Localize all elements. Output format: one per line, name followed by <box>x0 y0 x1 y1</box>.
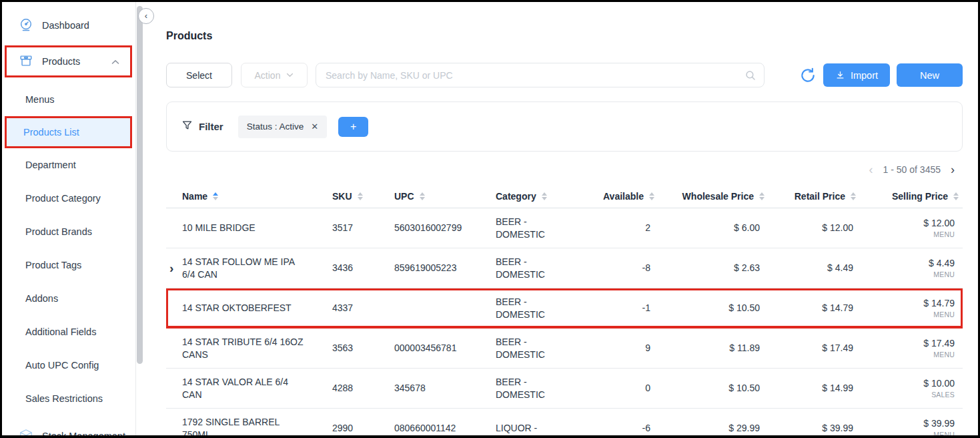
cell-upc: 080660001142 <box>381 422 481 434</box>
sidebar-item-menus[interactable]: Menus <box>2 83 135 116</box>
sidebar-collapse-button[interactable]: ‹ <box>138 8 154 24</box>
pagination: ‹ 1 - 50 of 3455 › <box>166 160 963 179</box>
cell-retail-price: $ 14.99 <box>765 382 856 394</box>
cell-category: BEER - DOMESTIC <box>481 336 598 360</box>
sidebar-item-label: Products List <box>23 127 79 138</box>
column-header-selling-price[interactable]: Selling Price <box>856 191 963 202</box>
table-row[interactable]: › 14 STAR FOLLOW ME IPA 6/4 CAN 3436 859… <box>166 248 963 288</box>
cell-retail-price: $ 17.49 <box>765 342 856 354</box>
cell-wholesale-price: $ 10.50 <box>654 382 765 394</box>
cell-name: 14 STAR TRIBUTE 6/4 16OZ CANS <box>182 336 319 360</box>
sidebar-item-dashboard[interactable]: Dashboard <box>2 11 135 39</box>
table-row-highlighted[interactable]: 14 STAR OKTOBERFEST 4337 BEER - DOMESTIC… <box>166 288 963 328</box>
price-type-badge: MENU <box>933 351 955 360</box>
search-icon <box>745 69 757 84</box>
sidebar-item-additional-fields[interactable]: Additional Fields <box>2 315 135 349</box>
cell-name: 10 MILE BRIDGE <box>182 222 319 234</box>
dashboard-icon <box>19 17 33 34</box>
cell-selling-price: $ 17.49 MENU <box>856 337 963 360</box>
refresh-button[interactable] <box>799 66 817 84</box>
price-type-badge: MENU <box>933 431 955 438</box>
pagination-prev-icon[interactable]: ‹ <box>869 163 873 177</box>
cell-category: BEER - DOMESTIC <box>481 376 598 400</box>
cell-name: 14 STAR VALOR ALE 6/4 CAN <box>182 376 319 400</box>
cell-upc: 859619005223 <box>381 262 481 274</box>
cell-name: 14 STAR OKTOBERFEST <box>182 302 319 314</box>
sidebar-item-products[interactable]: Products <box>7 47 130 75</box>
column-header-upc[interactable]: UPC <box>381 191 481 202</box>
import-button[interactable]: Import <box>823 63 890 87</box>
sidebar-item-products-list[interactable]: Products List <box>7 118 130 146</box>
price-type-badge: MENU <box>933 270 955 280</box>
products-annotation-box: Products <box>5 45 132 77</box>
sidebar-item-label: Sales Restrictions <box>25 393 103 404</box>
pagination-next-icon[interactable]: › <box>951 163 955 177</box>
sidebar-item-product-brands[interactable]: Product Brands <box>2 215 135 248</box>
cell-upc: 5603016002799 <box>381 222 481 234</box>
cell-category: BEER - DOMESTIC <box>481 216 598 240</box>
add-filter-button[interactable]: + <box>338 117 368 137</box>
cell-retail-price: $ 39.99 <box>765 422 856 434</box>
page-title: Products <box>166 30 963 42</box>
sort-icon <box>420 192 425 200</box>
search-input[interactable] <box>326 70 741 81</box>
sort-icon <box>213 192 218 200</box>
products-icon <box>19 53 33 70</box>
filter-chip-status-active[interactable]: Status : Active ✕ <box>238 116 327 138</box>
sidebar-scrollbar[interactable] <box>136 2 144 435</box>
cell-available: 2 <box>598 222 654 234</box>
sidebar-item-label: Menus <box>25 94 55 105</box>
column-header-retail-price[interactable]: Retail Price <box>765 191 856 202</box>
products-table: Name SKU UPC Category Available <box>166 184 963 438</box>
column-header-category[interactable]: Category <box>481 191 598 202</box>
import-button-label: Import <box>851 70 878 81</box>
sidebar-item-stock-management[interactable]: Stock Management <box>2 422 135 438</box>
main-content: Products Select Action <box>144 2 978 435</box>
select-button[interactable]: Select <box>166 63 232 87</box>
sort-icon <box>953 192 959 200</box>
cell-available: 0 <box>598 382 654 394</box>
cell-wholesale-price: $ 6.00 <box>654 222 765 234</box>
close-icon[interactable]: ✕ <box>311 122 318 132</box>
cell-wholesale-price: $ 2.63 <box>654 262 765 274</box>
sidebar-item-label: Auto UPC Config <box>25 360 99 371</box>
sidebar-item-product-tags[interactable]: Product Tags <box>2 248 135 282</box>
new-button[interactable]: New <box>897 63 963 87</box>
products-list-annotation-box: Products List <box>5 116 132 148</box>
column-header-sku[interactable]: SKU <box>319 191 381 202</box>
column-header-available[interactable]: Available <box>598 191 654 202</box>
table-row[interactable]: 14 STAR VALOR ALE 6/4 CAN 4288 345678 BE… <box>166 369 963 409</box>
cell-sku: 3563 <box>319 342 381 354</box>
sidebar-item-addons[interactable]: Addons <box>2 282 135 315</box>
filter-chip-text: Status : Active <box>247 122 304 132</box>
sidebar-item-sales-restrictions[interactable]: Sales Restrictions <box>2 382 135 415</box>
cell-upc: 000003456781 <box>381 342 481 354</box>
table-row[interactable]: 14 STAR TRIBUTE 6/4 16OZ CANS 3563 00000… <box>166 328 963 369</box>
table-row[interactable]: 1792 SINGLE BARREL 750ML 2990 0806600011… <box>166 409 963 438</box>
cell-available: -1 <box>598 302 654 314</box>
sidebar-scrollbar-thumb[interactable] <box>137 6 143 364</box>
cell-sku: 4288 <box>319 382 381 394</box>
price-type-badge: MENU <box>933 230 955 240</box>
price-type-badge: SALES <box>931 391 955 400</box>
sidebar-item-product-category[interactable]: Product Category <box>2 182 135 215</box>
cell-upc: 345678 <box>381 382 481 394</box>
table-row[interactable]: 10 MILE BRIDGE 3517 5603016002799 BEER -… <box>166 208 963 248</box>
expand-row-icon[interactable]: › <box>166 262 182 274</box>
cell-available: 9 <box>598 342 654 354</box>
sidebar-item-auto-upc-config[interactable]: Auto UPC Config <box>2 349 135 382</box>
pagination-range: 1 - 50 of 3455 <box>883 164 941 175</box>
sort-icon <box>759 192 765 200</box>
column-header-wholesale-price[interactable]: Wholesale Price <box>654 191 765 202</box>
download-icon <box>835 70 845 80</box>
price-type-badge: MENU <box>933 310 955 320</box>
action-dropdown[interactable]: Action <box>241 63 308 87</box>
column-header-name[interactable]: Name <box>182 191 319 202</box>
cell-name: 1792 SINGLE BARREL 750ML <box>182 416 319 438</box>
sidebar-item-department[interactable]: Department <box>2 148 135 182</box>
filter-icon <box>181 120 193 134</box>
sidebar-item-label: Additional Fields <box>25 326 96 337</box>
cell-sku: 3517 <box>319 222 381 234</box>
cell-category: LIQUOR - <box>481 422 598 434</box>
chevron-up-icon <box>111 56 119 67</box>
